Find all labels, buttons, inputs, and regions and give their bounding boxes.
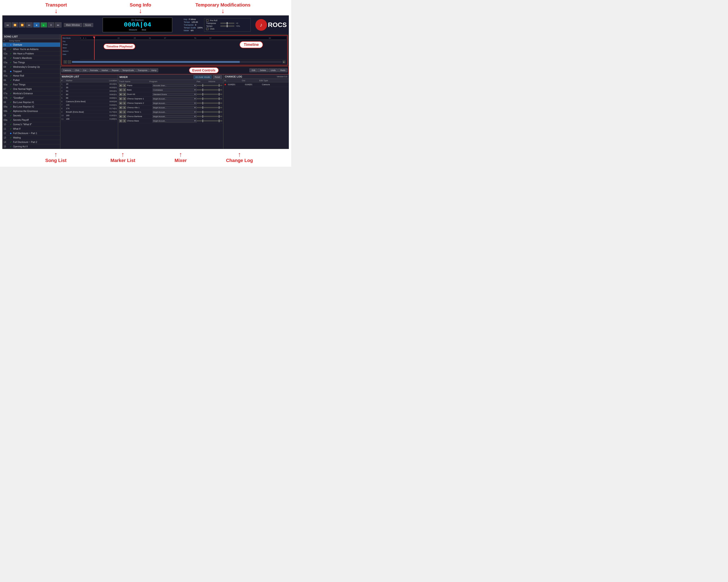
reset-btn[interactable]: Reset xyxy=(213,75,222,79)
undo-btn[interactable]: Undo xyxy=(268,68,278,72)
cut-btn[interactable]: Cut xyxy=(81,68,88,72)
mute-btn[interactable]: M xyxy=(119,115,122,118)
song-list-item[interactable]: 05 ● Trapped xyxy=(3,69,60,74)
solo-btn[interactable]: S xyxy=(123,115,126,118)
vol-fader[interactable] xyxy=(208,107,222,108)
marker-item[interactable]: 10 180 0180|01 xyxy=(60,114,118,117)
main-window-btn[interactable]: Main Window xyxy=(64,23,82,27)
song-list-item[interactable]: 07 ✓ One Normal Night xyxy=(3,87,60,91)
transport-btn-skip-start[interactable]: ⏮ xyxy=(4,22,11,27)
pan-fader[interactable] xyxy=(197,85,208,86)
tempo-slider[interactable] xyxy=(220,25,234,27)
song-list-item[interactable]: 06a ✓ Four Things xyxy=(3,82,60,87)
solo-btn[interactable]: S xyxy=(123,106,126,109)
vol-fader[interactable] xyxy=(208,120,222,121)
pan-fader[interactable] xyxy=(197,103,208,104)
program-select[interactable]: Bright Acousti... ▼ xyxy=(153,106,197,109)
mute-btn[interactable]: M xyxy=(119,110,122,114)
fermata-btn[interactable]: Fermata xyxy=(88,68,100,72)
vol-fader[interactable] xyxy=(208,98,222,100)
vol-fader[interactable] xyxy=(208,111,222,113)
delete-btn[interactable]: Delete xyxy=(258,68,268,72)
redo-btn[interactable]: Redo xyxy=(278,68,287,72)
click-btn[interactable]: Click xyxy=(73,68,81,72)
song-list-item[interactable]: 02 ✓ When You're an Addams xyxy=(3,47,60,51)
mute-btn[interactable]: M xyxy=(119,88,122,91)
song-list-item[interactable]: 02a ✓ We Have a Problem xyxy=(3,51,60,56)
track-pan[interactable] xyxy=(197,116,208,117)
vol-fader[interactable] xyxy=(208,103,222,104)
score-btn[interactable]: Score xyxy=(83,23,93,27)
song-list-item[interactable]: 12 ● Full Disclosure ~ Part 1 xyxy=(3,131,60,136)
solo-btn[interactable]: S xyxy=(123,84,126,87)
pan-fader[interactable] xyxy=(197,111,208,113)
mute-btn[interactable]: M xyxy=(119,97,122,100)
program-select[interactable]: Contrabass ▼ xyxy=(153,88,197,91)
unmute-vocals-btn[interactable]: Un-mute Vocals xyxy=(193,75,212,79)
mute-btn[interactable]: M xyxy=(119,119,122,122)
marker-item[interactable]: 1 19 0019|01 xyxy=(60,82,118,86)
mute-btn[interactable]: M xyxy=(119,84,122,87)
track-pan[interactable] xyxy=(197,107,208,108)
track-volume[interactable] xyxy=(208,98,222,100)
song-list-item[interactable]: 08 ✓ But Love Reprise #1 xyxy=(3,100,60,105)
marker-item[interactable]: 7 166 0166|01 xyxy=(60,103,118,107)
song-list-item[interactable]: 14 ✓ Full Disclosure ~ Part 2 xyxy=(3,140,60,144)
transport-btn-pause[interactable]: ⏸ xyxy=(48,22,54,27)
solo-btn[interactable]: S xyxy=(123,119,126,122)
vamp-btn[interactable]: Vamp xyxy=(150,68,158,72)
song-list-item[interactable]: 15 ✓ Opening Act II xyxy=(3,144,60,149)
solo-btn[interactable]: S xyxy=(123,93,126,96)
timeline-playhead[interactable] xyxy=(94,36,95,60)
marker-item[interactable]: 2 35 0035|01 xyxy=(60,86,118,89)
track-volume[interactable] xyxy=(208,111,222,113)
scroll-right-btn[interactable]: ▶ xyxy=(283,60,285,63)
song-list-item[interactable]: 08a ✓ But Love Reprise #2 xyxy=(3,105,60,109)
song-list-item[interactable]: 05a ✓ Honor Roll xyxy=(3,74,60,78)
song-list-item[interactable]: 09 ✓ Secrets xyxy=(3,113,60,118)
caesura-btn[interactable]: Caesura xyxy=(61,68,73,72)
vol-fader[interactable] xyxy=(208,116,222,117)
track-pan[interactable] xyxy=(197,111,208,113)
track-volume[interactable] xyxy=(208,103,222,104)
transport-btn-stop[interactable]: ■ xyxy=(33,22,40,27)
click-checkbox[interactable] xyxy=(206,28,208,30)
song-list-item[interactable]: 01 ● Overture xyxy=(3,43,60,47)
song-list-item[interactable]: 06 ✓ Pulled xyxy=(3,78,60,82)
timeline-scrollbar[interactable] xyxy=(72,61,282,63)
song-list-item[interactable]: 10 ✓ Gomez's "What If" xyxy=(3,122,60,127)
song-list-item[interactable]: 09a ✓ Secrets Playoff xyxy=(3,118,60,122)
song-list-item[interactable]: 04 ✓ Wednesday's Growing Up xyxy=(3,65,60,69)
zoom-minus[interactable]: − xyxy=(68,60,71,63)
marker-item[interactable]: 3 54 0054|01 xyxy=(60,89,118,93)
track-volume[interactable] xyxy=(208,89,222,90)
zoom-plus[interactable]: + xyxy=(63,60,67,63)
marker-item[interactable]: 11 188 0188|01 xyxy=(60,117,118,121)
track-pan[interactable] xyxy=(197,89,208,90)
song-list-item[interactable]: 13 ✓ Waiting xyxy=(3,136,60,140)
edit-btn[interactable]: Edit xyxy=(250,68,257,72)
solo-btn[interactable]: S xyxy=(123,110,126,114)
pan-fader[interactable] xyxy=(197,93,208,95)
song-list-item[interactable]: 11 ✓ What If xyxy=(3,127,60,131)
pan-fader[interactable] xyxy=(197,107,208,108)
timeline-main[interactable]: 0 A 1 5 19 25 31 37 51 57 xyxy=(80,36,286,60)
transport-btn-fast-forward[interactable]: ⏩ xyxy=(19,22,25,27)
change-log-item[interactable]: ■ 0166|01 0166|01 Caesura xyxy=(224,82,289,87)
track-pan[interactable] xyxy=(197,93,208,95)
track-volume[interactable] xyxy=(208,85,222,86)
solo-btn[interactable]: S xyxy=(123,97,126,100)
track-volume[interactable] xyxy=(208,116,222,117)
marker-btn[interactable]: Marker xyxy=(100,68,110,72)
track-pan[interactable] xyxy=(197,85,208,86)
transport-btn-skip-end[interactable]: ⏭ xyxy=(26,22,33,27)
program-select[interactable]: Bright Acousti... ▼ xyxy=(153,115,197,118)
program-select[interactable]: Bright Acousti... ▼ xyxy=(153,111,197,114)
program-select[interactable]: Acoustic Gran... ▼ xyxy=(153,84,197,87)
mute-btn[interactable]: M xyxy=(119,102,122,105)
track-pan[interactable] xyxy=(197,98,208,100)
song-list-item[interactable]: 07a ✓ Morticia's Entrance xyxy=(3,91,60,96)
transport-btn-play[interactable]: ▶ xyxy=(41,22,47,27)
song-list-item[interactable]: 03 ✓ Fester's Manifesto xyxy=(3,56,60,60)
solo-btn[interactable]: S xyxy=(123,102,126,105)
